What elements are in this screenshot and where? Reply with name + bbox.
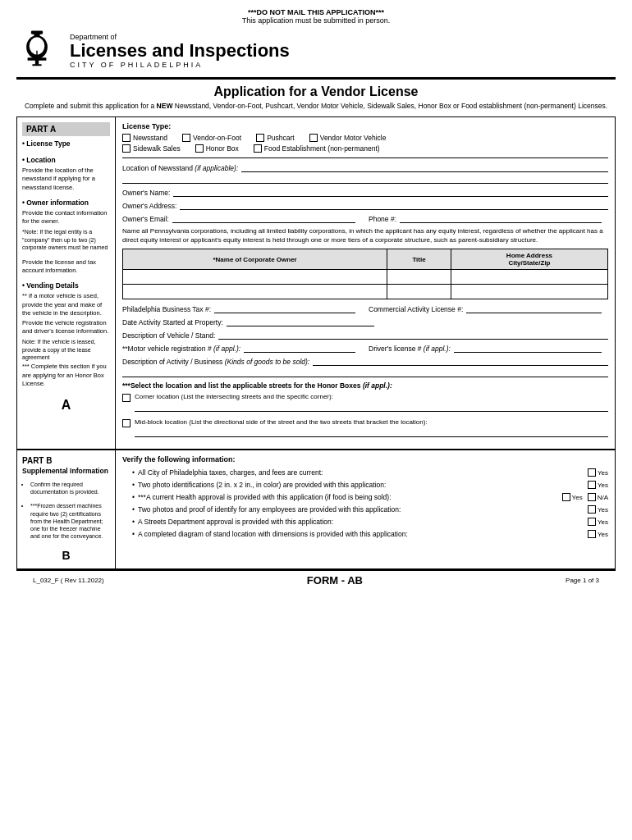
drivers-license-label: Driver's license # (if appl.): <box>369 345 451 353</box>
midblock-input[interactable] <box>135 427 608 437</box>
check-5-yes-label: Yes <box>598 518 608 526</box>
sidebar-location: • Location Provide the location of the n… <box>22 156 110 192</box>
corp-address-1[interactable] <box>451 270 607 285</box>
checkbox-vendor-foot-box[interactable] <box>182 134 190 142</box>
verify-item-3: • ***A current Health approval is provid… <box>132 493 608 501</box>
checkbox-newsstand[interactable]: Newsstand <box>122 134 167 142</box>
owner-address-input[interactable] <box>180 200 608 210</box>
verify-check-3-yes[interactable]: Yes <box>562 493 583 501</box>
checkbox-sidewalk[interactable]: Sidewalk Sales <box>122 144 181 153</box>
checkbox-vendor-foot[interactable]: Vendor-on-Foot <box>182 134 241 142</box>
verify-item-2: • Two photo identifications (2 in. x 2 i… <box>132 481 608 489</box>
check-6-yes-box[interactable] <box>588 530 596 538</box>
sidebar-location-note: Provide the location of the newsstand if… <box>22 167 110 191</box>
corp-name-2[interactable] <box>123 285 387 299</box>
phone-input[interactable] <box>400 213 602 223</box>
verify-check-5-yes[interactable]: Yes <box>588 518 608 526</box>
drivers-license-input[interactable] <box>454 343 602 353</box>
corner-label: Corner location (List the intersecting s… <box>135 393 333 400</box>
sidebar-vending-note3: Note: If the vehicle is leased, provide … <box>22 338 110 361</box>
honor-box-corner: Corner location (List the intersecting s… <box>122 393 608 412</box>
main-body: PART A • License Type • Location Provide… <box>16 116 616 569</box>
sidebar-vending-note4: *** Complete this section if you are app… <box>22 363 110 387</box>
corner-input[interactable] <box>135 402 608 412</box>
honor-box-title: ***Select the location and list the appl… <box>122 381 608 390</box>
checkbox-honor-box[interactable]: Honor Box <box>195 144 239 153</box>
corporate-table: *Name of Corporate Owner Title Home Addr… <box>122 249 608 299</box>
business-tax-input[interactable] <box>214 304 355 313</box>
field-location-newsstand: Location of Newsstand (if applicable): <box>122 162 608 172</box>
check-2-yes-label: Yes <box>598 482 608 489</box>
field-owner-name: Owner's Name: <box>122 187 608 197</box>
activity-extra-line[interactable] <box>122 369 608 377</box>
verify-check-2-yes[interactable]: Yes <box>588 481 608 489</box>
honor-box-midblock: Mid-block location (List the directional… <box>122 418 608 437</box>
top-notice: ***DO NOT MAIL THIS APPLICATION*** This … <box>16 8 616 25</box>
business-tax-label: Philadelphia Business Tax #: <box>122 305 211 313</box>
app-subtitle: Complete and submit this application for… <box>16 102 616 112</box>
checkbox-pushcart[interactable]: Pushcart <box>256 134 295 142</box>
commercial-activity-label: Commercial Activity License #: <box>369 305 463 313</box>
check-1-yes-box[interactable] <box>588 468 596 477</box>
corp-address-2[interactable] <box>451 285 607 299</box>
checkbox-sidewalk-box[interactable] <box>122 144 131 153</box>
check-3-yes-box[interactable] <box>562 493 570 501</box>
field-commercial-activity: Commercial Activity License #: <box>369 304 602 313</box>
email-input[interactable] <box>172 213 355 223</box>
corp-title-2[interactable] <box>387 285 451 299</box>
checkbox-honor-box-box[interactable] <box>195 144 204 153</box>
form-id: L_032_F ( Rev 11.2022) <box>33 577 104 584</box>
corp-title-1[interactable] <box>387 270 451 285</box>
checkbox-food-box[interactable] <box>254 144 262 153</box>
checkbox-vendor-motor-label: Vendor Motor Vehicle <box>320 134 387 142</box>
part-b-sidebar: PART B Supplemental Information Confirm … <box>17 450 116 568</box>
header-text: Department of Licenses and Inspections C… <box>70 33 290 69</box>
checkbox-vendor-motor[interactable]: Vendor Motor Vehicle <box>309 134 387 142</box>
desc-activity-input[interactable] <box>313 356 608 366</box>
verify-check-4-yes[interactable]: Yes <box>588 505 608 514</box>
date-activity-input[interactable] <box>227 317 374 326</box>
date-activity-label: Date Activity Started at Property: <box>122 318 223 326</box>
sidebar-vending-note2: Provide the vehicle registration and dri… <box>22 319 110 336</box>
verify-item-1-text: All City of Philadelphia taxes, charges,… <box>138 468 588 477</box>
check-4-yes-box[interactable] <box>588 505 596 514</box>
phone-label: Phone #: <box>369 215 396 223</box>
desc-vehicle-input[interactable] <box>218 330 608 340</box>
verify-check-1-yes[interactable]: Yes <box>588 468 608 477</box>
corp-name-1[interactable] <box>123 270 387 285</box>
verify-item-1-checks: Yes <box>588 468 608 477</box>
email-phone-row: Owner's Email: Phone #: <box>122 213 608 223</box>
location-newsstand-input[interactable] <box>241 162 608 172</box>
owner-name-input[interactable] <box>173 187 608 197</box>
checkbox-row-2: Sidewalk Sales Honor Box Food Establishm… <box>122 144 608 153</box>
checkbox-food[interactable]: Food Establishment (non-permanent) <box>254 144 380 153</box>
checkbox-vendor-motor-box[interactable] <box>309 134 318 142</box>
part-b-note-1: Confirm the required documentation is pr… <box>30 481 110 495</box>
part-b-letter: B <box>22 548 110 564</box>
field-business-tax: Philadelphia Business Tax #: <box>122 304 355 313</box>
location-newsstand-label: Location of Newsstand (if applicable): <box>122 164 238 172</box>
verify-item-2-text: Two photo identifications (2 in. x 2 in.… <box>138 481 588 489</box>
location-extra-line[interactable] <box>122 176 608 184</box>
checkbox-pushcart-box[interactable] <box>256 134 264 142</box>
org-title: Licenses and Inspections <box>70 41 290 61</box>
checkbox-newsstand-box[interactable] <box>122 134 131 142</box>
sidebar-tax-note: Provide the license and tax account info… <box>22 258 110 275</box>
verify-check-3-na[interactable]: N/A <box>588 493 608 501</box>
check-3-na-box[interactable] <box>588 493 596 501</box>
verify-item-2-checks: Yes <box>588 481 608 489</box>
checkbox-food-label: Food Establishment (non-permanent) <box>264 144 380 153</box>
verify-check-6-yes[interactable]: Yes <box>588 530 608 538</box>
city-label: CITY OF PHILADELPHIA <box>70 61 290 69</box>
motor-reg-input[interactable] <box>244 343 355 353</box>
verify-item-6-text: A completed diagram of stand location wi… <box>138 530 588 538</box>
field-phone: Phone #: <box>369 213 602 223</box>
col-title: Title <box>387 249 451 270</box>
check-2-yes-box[interactable] <box>588 481 596 489</box>
corner-checkbox[interactable] <box>122 394 131 402</box>
commercial-activity-input[interactable] <box>466 304 602 313</box>
check-5-yes-box[interactable] <box>588 518 596 526</box>
verify-item-6: • A completed diagram of stand location … <box>132 530 608 538</box>
part-b-content: Verify the following information: • All … <box>116 450 615 568</box>
midblock-checkbox[interactable] <box>122 419 131 427</box>
